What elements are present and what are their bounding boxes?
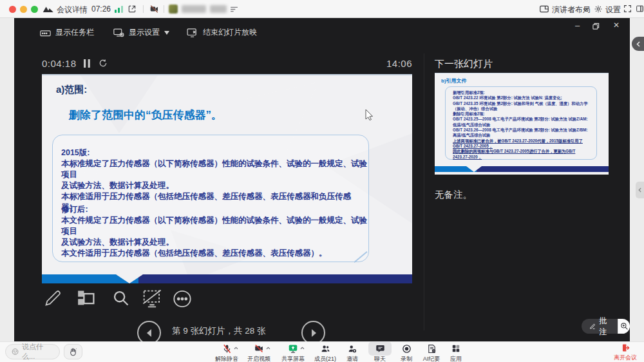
traffic-zoom-button[interactable] [31,6,38,13]
arrow-left-icon [145,329,154,338]
chevron-left-icon [636,41,640,47]
arrow-right-icon [309,329,318,338]
window-close-button[interactable]: ✕ [613,21,620,30]
thumbnail-heading: b)引用文件 [441,77,467,84]
collapse-sidebar-handle[interactable] [636,182,644,198]
next-slide-thumbnail[interactable]: b)引用文件 新增引用标准2项: GB/T 2423.22 环境试验 第2部分:… [435,73,609,175]
zoom-tool-icon[interactable] [112,289,130,307]
chevron-down-icon [583,8,588,12]
section-label: 2015版: [61,148,367,158]
list-icon [231,6,238,12]
record-icon [402,344,412,354]
thumb-line: GB/T 2423.35 环境试验 第2部分: 试验和导则 气候（温度、湿度）和… [453,101,591,112]
show-taskbar-label: 显示任务栏 [55,27,94,38]
slide-subheading: 删除了范围中的“负压传感器”。 [69,108,222,122]
display-settings-icon [113,28,124,37]
traffic-close-button[interactable] [9,6,16,13]
next-slide-panel-title: 下一张幻灯片 [435,58,493,70]
start-video-label: 开启视频 [247,355,270,362]
rehearsal-timer: 0:04:18 [42,58,77,69]
chevron-up-icon[interactable] [234,347,238,350]
pen-tool-icon[interactable] [44,289,62,307]
slide-sorter-icon[interactable] [77,289,97,307]
window-minimize-button[interactable]: – [575,21,580,30]
start-video-button[interactable]: 开启视频 [242,343,276,362]
share-screen-icon [288,344,298,354]
section-line: 及试验方法、数据计算及处理。 [61,238,174,247]
fullscreen-icon[interactable] [623,5,632,13]
section-line: 本文件适用于压力传感器（包括绝压传感器、差压传感器、表压传感器）。 [61,249,327,258]
layout-icon [540,5,549,13]
section-label: 修订后: [61,204,367,215]
display-settings-button[interactable]: 显示设置 [113,27,169,38]
section-line: 本文件规定了压力传感器（以下简称传感器）性能的试验条件、试验的一般规定、试验项目 [61,216,367,236]
camera-off-status-icon [149,5,159,14]
camera-off-icon [254,344,264,353]
chat-icon [375,344,385,354]
titlebar-divider [164,5,164,13]
user-name-blurred [210,5,227,13]
record-label: 录制 [401,355,412,362]
leave-meeting-button[interactable]: 离开会议 [609,343,642,362]
thumb-line: GB/T 2423.26—2008 电工电子产品环境试验 第2部分: 试验方法 … [453,128,591,138]
user-name-blurred [182,5,206,13]
chat-placeholder: 说点什么... [22,342,53,361]
chevron-up-icon[interactable] [300,347,305,350]
end-slideshow-button[interactable]: 结束幻灯片放映 [187,27,257,38]
taskbar-icon [40,28,51,37]
current-slide: a)范围: 删除了范围中的“负压传感器”。 2015版: 本标准规定了压力传感器… [42,74,412,283]
thumb-line: 新增引用标准2项: [453,90,591,95]
apps-button[interactable]: 应用 [439,343,473,362]
thumb-line: GB/T 2423.22 环境试验 第2部分: 试验方法 试验N: 温度变化; [453,95,591,100]
settings-button[interactable]: 设置 [605,5,621,15]
annotate-button[interactable]: 批注 [582,319,618,334]
invite-icon [347,344,357,354]
more-options-icon[interactable] [173,290,192,308]
black-screen-toggle-icon[interactable] [142,289,162,309]
panel-divider [424,53,424,330]
thumb-line: GB/T 2423.25—2008 电工电子产品环境试验 第2部分: 试验方法 … [453,117,591,128]
mouse-cursor [365,109,374,120]
clock-time: 14:06 [386,58,412,69]
smiley-icon [12,348,19,356]
annotate-group: 批注 [582,319,630,334]
show-taskbar-button[interactable]: 显示任务栏 [40,27,94,38]
presenter-window: 显示任务栏 显示设置 结束幻灯片放映 – ✕ 0:04:18 14:06 a)范… [14,18,630,341]
thumb-line: 删除引用标准2项: [453,111,591,117]
invite-label: 邀请 [346,355,358,362]
section-line: 本标准规定了压力传感器（以下简称传感器）性能的试验条件、试验的一般规定、试验项目 [61,159,367,179]
ai-notes-label: AI纪要 [423,355,440,362]
quick-chat-input[interactable]: 说点什么... [5,344,60,359]
unmute-button[interactable]: 解除静音 [210,343,243,362]
slide-position-label: 第 9 张幻灯片，共 28 张 [172,325,266,337]
network-signal-icon [115,5,123,13]
thumbnail-footer-bar [435,166,609,172]
thumb-line: 因此删除的两项标准与GB/T 2423.27-2005进行了合并，更新为GB/T… [453,149,591,160]
share-screen-button[interactable]: 共享屏幕 [276,343,310,362]
section-line: 及试验方法、数据计算及处理。 [61,181,174,190]
chevron-up-icon[interactable] [266,347,270,350]
collapse-panel-handle[interactable] [632,37,644,51]
slide-heading: a)范围: [56,84,87,96]
members-icon [320,344,331,354]
magnify-button[interactable] [618,319,630,334]
restart-timer-icon[interactable] [99,59,108,68]
split-view-icon[interactable] [636,5,644,13]
pop-out-icon[interactable] [128,5,137,14]
speaker-notes: 无备注。 [435,189,472,201]
mic-off-icon [222,344,232,354]
members-label: 成员(21) [314,355,336,362]
raise-hand-button[interactable] [64,344,82,359]
annotate-pen-icon [589,322,596,330]
pause-timer-icon[interactable] [84,59,90,68]
annotate-label: 批注 [599,316,611,338]
elapsed-time: 07:26 [91,5,111,14]
window-restore-icon[interactable] [592,23,600,30]
raise-hand-icon [69,348,77,356]
apps-grid-icon [451,344,460,353]
meeting-details-button[interactable]: 会议详情 [57,5,88,15]
apps-label: 应用 [450,355,462,362]
slide-section-2015: 2015版: 本标准规定了压力传感器（以下简称传感器）性能的试验条件、试验的一般… [61,148,367,213]
slide-section-revised: 修订后: 本文件规定了压力传感器（以下简称传感器）性能的试验条件、试验的一般规定… [61,204,367,259]
traffic-minimize-button[interactable] [20,6,27,13]
